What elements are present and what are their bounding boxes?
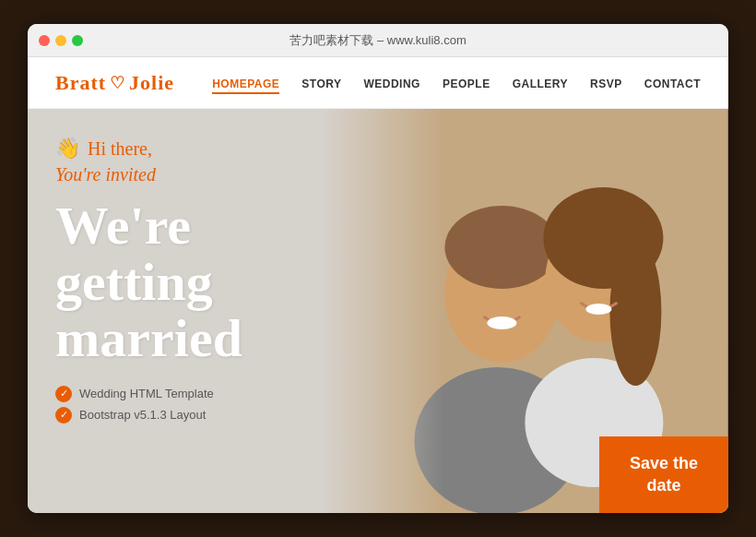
browser-window: 苦力吧素材下载 – www.kuli8.com Bratt ♡ Jolie HO…: [28, 24, 728, 513]
feature-label-1: Wedding HTML Template: [79, 387, 214, 400]
brand-heart: ♡: [110, 73, 125, 93]
hero-title-line1: We're: [55, 196, 191, 256]
feature-item-1: ✓ Wedding HTML Template: [55, 386, 242, 402]
hero-content: 👋 Hi there, You're invited We're getting…: [55, 137, 242, 442]
hero-greeting: 👋 Hi there,: [55, 137, 242, 161]
nav-item-homepage[interactable]: HOMEPAGE: [212, 75, 279, 91]
dot-green[interactable]: [72, 35, 83, 46]
nav-link-people[interactable]: PEOPLE: [443, 78, 490, 90]
hero-subtitle: You're invited: [55, 164, 242, 185]
svg-point-9: [586, 304, 612, 315]
save-date-button[interactable]: Save the date: [599, 436, 728, 513]
check-icon-2: ✓: [55, 407, 72, 424]
hero-title: We're getting married: [55, 198, 242, 367]
dot-red[interactable]: [39, 35, 50, 46]
dot-yellow[interactable]: [55, 35, 66, 46]
site-wrapper: Bratt ♡ Jolie HOMEPAGE STORY WEDDING PEO…: [28, 57, 728, 513]
cta-line1: Save the: [630, 454, 698, 472]
browser-url: 苦力吧素材下载 – www.kuli8.com: [289, 32, 466, 49]
hero-title-line3: married: [55, 308, 242, 368]
greeting-text: Hi there,: [88, 138, 152, 160]
hero-section: 👋 Hi there, You're invited We're getting…: [28, 109, 728, 513]
hero-title-line2: getting: [55, 252, 213, 312]
nav-item-story[interactable]: STORY: [301, 75, 341, 91]
nav-item-contact[interactable]: CONTACT: [644, 75, 701, 91]
browser-dots: [39, 35, 83, 46]
svg-point-8: [488, 316, 517, 329]
brand: Bratt ♡ Jolie: [55, 71, 174, 95]
hero-features: ✓ Wedding HTML Template ✓ Bootstrap v5.1…: [55, 386, 242, 424]
wave-emoji: 👋: [55, 137, 80, 161]
svg-point-3: [445, 206, 560, 289]
nav-link-contact[interactable]: CONTACT: [644, 78, 701, 90]
check-icon-1: ✓: [55, 386, 72, 402]
nav-link-wedding[interactable]: WEDDING: [363, 78, 420, 90]
nav-item-people[interactable]: PEOPLE: [443, 75, 490, 91]
brand-first: Bratt: [55, 71, 106, 95]
navbar: Bratt ♡ Jolie HOMEPAGE STORY WEDDING PEO…: [28, 57, 728, 109]
nav-link-story[interactable]: STORY: [301, 78, 341, 90]
browser-titlebar: 苦力吧素材下载 – www.kuli8.com: [28, 24, 728, 57]
nav-item-gallery[interactable]: GALLERY: [513, 75, 568, 91]
nav-link-rsvp[interactable]: RSVP: [590, 78, 622, 90]
nav-link-homepage[interactable]: HOMEPAGE: [212, 78, 279, 94]
photo-overlay: [322, 109, 443, 513]
feature-item-2: ✓ Bootstrap v5.1.3 Layout: [55, 407, 242, 424]
feature-label-2: Bootstrap v5.1.3 Layout: [79, 408, 206, 422]
nav-links: HOMEPAGE STORY WEDDING PEOPLE GALLERY RS…: [212, 75, 701, 91]
nav-link-gallery[interactable]: GALLERY: [513, 78, 568, 90]
nav-item-wedding[interactable]: WEDDING: [363, 75, 420, 91]
brand-second: Jolie: [129, 71, 174, 95]
nav-item-rsvp[interactable]: RSVP: [590, 75, 622, 91]
cta-line2: date: [646, 476, 680, 495]
svg-point-7: [610, 238, 662, 386]
